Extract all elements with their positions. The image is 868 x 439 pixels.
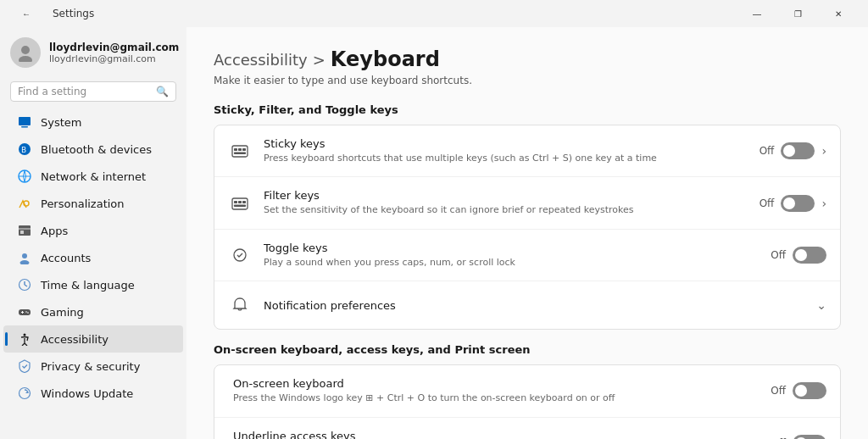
toggle-keys-toggle[interactable] — [793, 247, 826, 264]
user-profile[interactable]: lloydrlevin@gmail.com lloydrlevin@gmail.… — [0, 27, 186, 78]
breadcrumb: Accessibility > Keyboard — [214, 47, 841, 71]
toggle-keys-title: Toggle keys — [264, 242, 759, 254]
onscreen-keyboard-controls: Off — [771, 382, 826, 399]
filter-keys-chevron[interactable]: › — [821, 197, 826, 210]
search-input[interactable] — [18, 86, 151, 97]
user-info: lloydrlevin@gmail.com lloydrlevin@gmail.… — [49, 42, 179, 64]
personalization-icon — [17, 196, 32, 211]
sidebar-item-personalization[interactable]: Personalization — [3, 190, 183, 217]
svg-rect-33 — [242, 201, 246, 203]
sticky-keys-toggle[interactable] — [781, 142, 815, 159]
sidebar-item-gaming[interactable]: Gaming — [3, 298, 183, 325]
accessibility-icon — [17, 331, 32, 347]
window-controls: — ❐ ✕ — [737, 0, 858, 27]
svg-rect-11 — [20, 231, 24, 234]
svg-point-35 — [234, 249, 246, 261]
search-box[interactable]: 🔍 — [10, 81, 176, 102]
section-title-sticky: Sticky, Filter, and Toggle keys — [214, 103, 841, 116]
user-email: lloydrlevin@gmail.com — [49, 53, 179, 64]
accounts-icon — [17, 250, 32, 265]
apps-icon — [17, 223, 32, 238]
sidebar-nav: System B Bluetooth & devices Network & i… — [0, 108, 186, 407]
sidebar-item-bluetooth[interactable]: B Bluetooth & devices — [3, 136, 183, 163]
svg-rect-3 — [21, 126, 28, 128]
toggle-keys-row[interactable]: Toggle keys Play a sound when you press … — [214, 230, 840, 281]
svg-rect-30 — [232, 198, 248, 209]
svg-point-12 — [22, 253, 27, 258]
sidebar: lloydrlevin@gmail.com lloydrlevin@gmail.… — [0, 27, 186, 439]
notification-prefs-icon — [228, 293, 252, 317]
onscreen-keyboard-desc: Press the Windows logo key ⊞ + Ctrl + O … — [233, 392, 759, 404]
sticky-keys-controls: Off › — [760, 142, 826, 159]
sticky-filter-toggle-card: Sticky keys Press keyboard shortcuts tha… — [214, 125, 841, 330]
filter-keys-toggle[interactable] — [781, 195, 815, 212]
filter-keys-controls: Off › — [760, 195, 826, 212]
filter-keys-text: Filter keys Set the sensitivity of the k… — [264, 189, 748, 216]
app-title: Settings — [53, 8, 94, 19]
sticky-keys-chevron[interactable]: › — [821, 144, 826, 158]
sticky-keys-icon — [228, 139, 252, 163]
svg-rect-32 — [238, 201, 242, 203]
sidebar-item-network[interactable]: Network & internet — [3, 163, 183, 190]
onscreen-keyboard-toggle[interactable] — [793, 382, 826, 399]
back-button[interactable]: ← — [7, 0, 46, 27]
onscreen-card: On-screen keyboard Press the Windows log… — [214, 364, 841, 439]
maximize-button[interactable]: ❐ — [778, 0, 817, 27]
bluetooth-icon: B — [17, 142, 32, 157]
filter-keys-row[interactable]: Filter keys Set the sensitivity of the k… — [214, 177, 840, 229]
sticky-keys-text: Sticky keys Press keyboard shortcuts tha… — [264, 137, 748, 164]
breadcrumb-parent[interactable]: Accessibility — [214, 51, 308, 69]
gaming-icon — [17, 304, 32, 320]
sidebar-item-label-apps: Apps — [41, 225, 68, 237]
sticky-keys-row[interactable]: Sticky keys Press keyboard shortcuts tha… — [214, 125, 840, 177]
sidebar-item-windowsupdate[interactable]: Windows Update — [3, 380, 183, 407]
notification-prefs-controls: ⌄ — [816, 298, 826, 312]
main-content: Accessibility > Keyboard Make it easier … — [186, 27, 868, 439]
network-icon — [17, 169, 32, 184]
page-title: Keyboard — [331, 47, 440, 71]
svg-point-21 — [27, 312, 29, 314]
notification-prefs-text: Notification preferences — [264, 299, 804, 312]
notification-prefs-row[interactable]: Notification preferences ⌄ — [214, 281, 840, 329]
underline-access-toggle[interactable] — [793, 435, 826, 439]
sticky-keys-desc: Press keyboard shortcuts that use multip… — [264, 152, 748, 164]
underline-access-controls: Off — [771, 435, 826, 439]
sidebar-item-label-privacy: Privacy & security — [41, 360, 140, 373]
svg-rect-9 — [19, 225, 31, 236]
underline-access-row[interactable]: Underline access keys Access keys will b… — [214, 418, 840, 439]
svg-rect-29 — [234, 153, 246, 155]
system-icon — [17, 114, 32, 130]
underline-access-text: Underline access keys Access keys will b… — [228, 430, 759, 439]
sidebar-item-time[interactable]: Time & language — [3, 271, 183, 298]
svg-point-22 — [24, 334, 26, 336]
sidebar-item-system[interactable]: System — [3, 108, 183, 136]
toggle-keys-icon — [228, 243, 252, 267]
sidebar-item-apps[interactable]: Apps — [3, 217, 183, 244]
sidebar-item-label-windowsupdate: Windows Update — [41, 387, 133, 400]
user-name: lloydrlevin@gmail.com — [49, 42, 179, 53]
sidebar-item-label-bluetooth: Bluetooth & devices — [41, 143, 152, 156]
windowsupdate-icon — [17, 386, 32, 401]
svg-rect-31 — [234, 201, 237, 203]
filter-keys-status: Off — [760, 197, 775, 209]
privacy-icon — [17, 358, 32, 374]
sidebar-item-label-time: Time & language — [41, 279, 135, 292]
sidebar-item-accessibility[interactable]: Accessibility — [3, 325, 183, 353]
svg-rect-26 — [234, 148, 237, 151]
onscreen-keyboard-title: On-screen keyboard — [233, 377, 759, 390]
sidebar-item-privacy[interactable]: Privacy & security — [3, 353, 183, 380]
sticky-keys-status: Off — [760, 145, 775, 157]
svg-line-16 — [25, 285, 27, 286]
sidebar-item-accounts[interactable]: Accounts — [3, 244, 183, 271]
notification-prefs-chevron[interactable]: ⌄ — [816, 298, 826, 312]
onscreen-keyboard-row[interactable]: On-screen keyboard Press the Windows log… — [214, 365, 840, 417]
filter-keys-title: Filter keys — [264, 189, 748, 202]
toggle-keys-controls: Off — [771, 247, 826, 264]
onscreen-keyboard-text: On-screen keyboard Press the Windows log… — [228, 377, 759, 404]
svg-point-1 — [19, 56, 32, 62]
minimize-button[interactable]: — — [737, 0, 776, 27]
close-button[interactable]: ✕ — [819, 0, 858, 27]
svg-rect-27 — [238, 148, 242, 151]
onscreen-keyboard-status: Off — [771, 385, 786, 397]
time-icon — [17, 277, 32, 292]
